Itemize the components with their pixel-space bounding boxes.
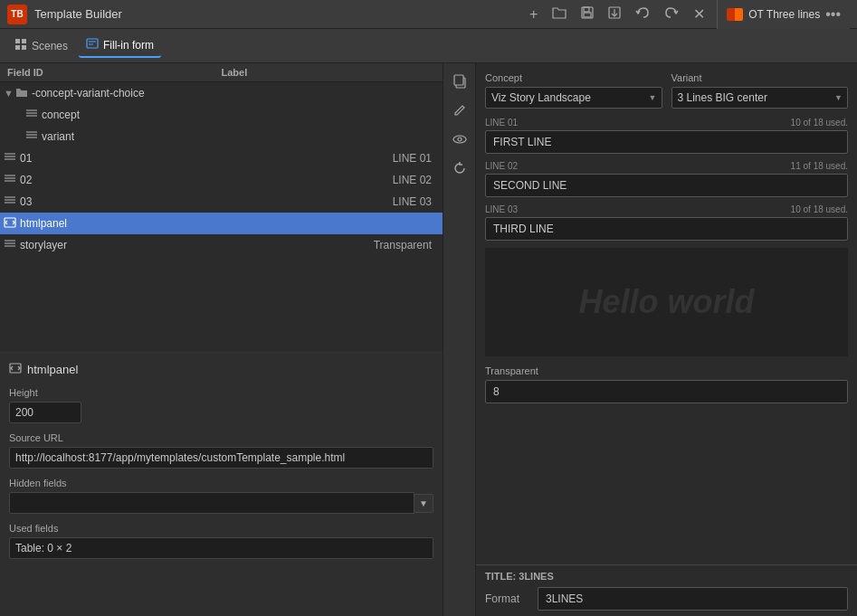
main-toolbar: Scenes Fill-in form (0, 29, 857, 63)
tree-row[interactable]: variant (0, 126, 443, 147)
tree-row-value: Transparent (374, 239, 439, 251)
height-label: Height (9, 387, 433, 398)
concept-select[interactable]: Viz Story Landscape (485, 87, 662, 109)
line01-label: LINE 01 (485, 118, 518, 128)
lines-icon (4, 174, 16, 187)
ot-icon (727, 8, 743, 21)
line01-input[interactable] (485, 130, 848, 154)
folder-icon (15, 87, 28, 100)
htmlpanel-icon (4, 217, 16, 231)
line02-field: LINE 02 11 of 18 used. (485, 161, 848, 197)
tree-row[interactable]: concept (0, 104, 443, 126)
transparent-section: Transparent (485, 365, 848, 403)
tree-row[interactable]: 01 LINE 01 (0, 147, 443, 169)
variant-group: Variant 3 Lines BIG center (671, 72, 849, 109)
height-input[interactable] (9, 402, 81, 423)
tree-row-label: 01 (20, 152, 393, 165)
hidden-fields-group: Hidden fields ▼ (9, 478, 433, 514)
redo-button[interactable] (660, 5, 683, 24)
eye-icon (452, 132, 467, 147)
properties-header: htmlpanel (9, 362, 433, 376)
preview-area: Hello world (485, 248, 848, 356)
tree-row-label: htmlpanel (20, 217, 439, 230)
line03-field: LINE 03 10 of 18 used. (485, 204, 848, 241)
ot-menu-button[interactable]: ••• (825, 6, 841, 23)
app-title: Template Builder (34, 7, 518, 21)
tree-row-label: 02 (20, 174, 393, 186)
lines-icon (4, 195, 16, 209)
line02-header: LINE 02 11 of 18 used. (485, 161, 848, 171)
scenes-label: Scenes (32, 40, 68, 52)
line01-header: LINE 01 10 of 18 used. (485, 118, 848, 128)
side-refresh-button[interactable] (447, 156, 472, 181)
save-button[interactable] (576, 5, 598, 24)
used-fields-group: Used fields Table: 0 × 2 (9, 523, 433, 559)
format-input[interactable] (538, 587, 848, 611)
tree-row[interactable]: storylayer Transparent (0, 234, 443, 256)
svg-rect-1 (584, 7, 589, 12)
tree-row[interactable]: ▼ -concept-variant-choice (0, 82, 443, 104)
svg-rect-7 (15, 45, 20, 50)
expand-icon: ▼ (4, 88, 14, 99)
export-button[interactable] (604, 5, 625, 24)
edit-icon (452, 103, 467, 118)
source-url-label: Source URL (9, 432, 433, 443)
tree-row-value: LINE 03 (393, 195, 439, 208)
svg-rect-8 (22, 45, 26, 50)
new-button[interactable]: + (525, 5, 542, 24)
svg-rect-5 (15, 39, 20, 43)
variant-select[interactable]: 3 Lines BIG center (671, 87, 849, 109)
scenes-tab[interactable]: Scenes (7, 34, 75, 57)
open-button[interactable] (548, 5, 571, 24)
side-copy-button[interactable] (447, 69, 472, 94)
side-edit-button[interactable] (447, 98, 472, 123)
source-url-group: Source URL (9, 432, 433, 469)
line02-used: 11 of 18 used. (791, 161, 848, 171)
close-button[interactable]: ✕ (689, 4, 709, 24)
line02-input[interactable] (485, 174, 848, 197)
line03-label: LINE 03 (485, 204, 518, 214)
svg-point-35 (458, 137, 462, 141)
transparent-label: Transparent (485, 365, 848, 376)
side-eye-button[interactable] (447, 127, 472, 152)
line03-input[interactable] (485, 217, 848, 241)
redo-icon (664, 6, 679, 19)
variant-label: Variant (671, 72, 849, 83)
tree-row[interactable]: 03 LINE 03 (0, 191, 443, 213)
transparent-input[interactable] (485, 380, 848, 403)
ot-window: OT Three lines ••• (717, 0, 850, 29)
properties-title: htmlpanel (27, 363, 78, 376)
line01-used: 10 of 18 used. (791, 118, 848, 128)
source-url-input[interactable] (9, 447, 433, 469)
concept-label: Concept (485, 72, 662, 83)
height-group: Height (9, 387, 433, 423)
fill-in-form-tab[interactable]: Fill-in form (79, 33, 161, 58)
title-section-header: TITLE: 3LINES (485, 571, 848, 582)
line03-header: LINE 03 10 of 18 used. (485, 204, 848, 214)
titlebar: TB Template Builder + ✕ OT Three lines •… (0, 0, 857, 29)
hidden-fields-select[interactable] (9, 492, 414, 514)
format-row: Format (485, 587, 848, 611)
tree-row-label: variant (42, 130, 439, 143)
used-fields-value: Table: 0 × 2 (9, 537, 433, 559)
tree-row-htmlpanel[interactable]: htmlpanel (0, 213, 443, 234)
used-fields-label: Used fields (9, 523, 433, 534)
tree-row-label: storylayer (20, 239, 374, 251)
tree-row-label: 03 (20, 195, 393, 208)
svg-rect-6 (22, 39, 26, 43)
lines-icon (4, 152, 16, 166)
fill-in-form-label: Fill-in form (103, 39, 154, 52)
right-content: Concept Viz Story Landscape Variant 3 Li… (476, 63, 857, 564)
hidden-fields-row: ▼ (9, 492, 433, 514)
right-main: Concept Viz Story Landscape Variant 3 Li… (476, 63, 857, 564)
tree-row[interactable]: 02 LINE 02 (0, 169, 443, 191)
undo-button[interactable] (631, 5, 654, 24)
height-input-wrapper (9, 402, 433, 423)
hidden-fields-arrow[interactable]: ▼ (414, 494, 433, 513)
tree-row-label: concept (42, 109, 439, 121)
line02-label: LINE 02 (485, 161, 518, 171)
variant-select-wrapper: 3 Lines BIG center (671, 87, 849, 109)
concept-select-wrapper: Viz Story Landscape (485, 87, 662, 109)
concept-variant-row: Concept Viz Story Landscape Variant 3 Li… (485, 72, 848, 109)
svg-rect-33 (454, 75, 463, 85)
